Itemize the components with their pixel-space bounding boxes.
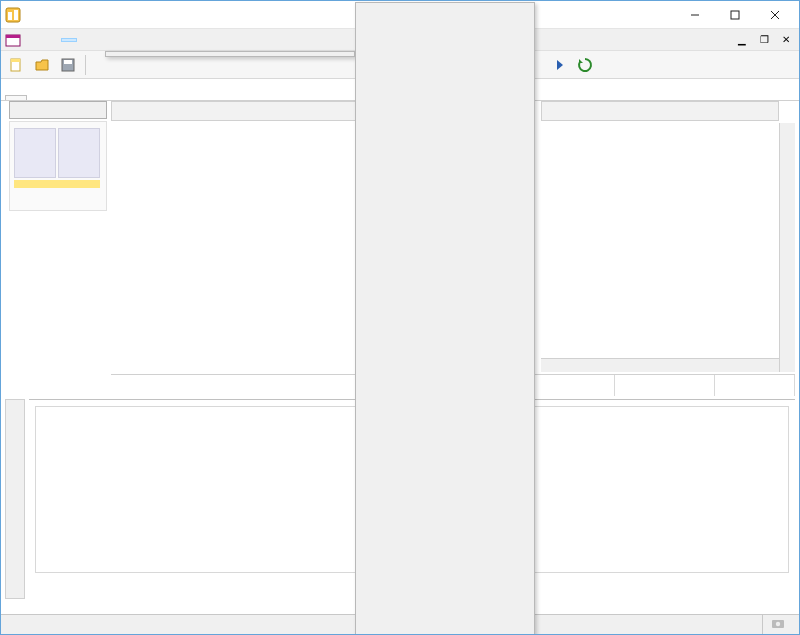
svg-point-14	[776, 622, 780, 626]
mdi-window-controls: ▁ ❐ ✕	[733, 33, 799, 47]
location-diff-marker	[14, 180, 100, 188]
svg-rect-12	[64, 60, 72, 64]
menu-tools[interactable]	[93, 38, 109, 42]
status-line-selection	[525, 375, 615, 396]
right-file-path[interactable]	[541, 101, 779, 121]
view-menu-dropdown	[105, 51, 355, 57]
minimize-button[interactable]	[675, 4, 715, 26]
status-os	[715, 375, 795, 396]
location-right-map	[58, 128, 100, 178]
svg-rect-8	[6, 35, 20, 38]
location-left-map	[14, 128, 56, 178]
status-codepage	[615, 375, 715, 396]
svg-rect-2	[14, 10, 18, 20]
menu-file[interactable]	[29, 38, 45, 42]
svg-rect-10	[11, 59, 20, 62]
refresh-toolbar-button[interactable]	[574, 54, 596, 76]
camera-icon	[771, 616, 785, 630]
menu-merge[interactable]	[77, 38, 93, 42]
document-tab[interactable]	[5, 95, 27, 100]
svg-rect-1	[8, 12, 12, 20]
mdi-app-icon	[5, 32, 21, 48]
close-button[interactable]	[755, 4, 795, 26]
nav-next-button[interactable]	[548, 54, 570, 76]
new-file-button[interactable]	[5, 54, 27, 76]
svg-rect-4	[731, 11, 739, 19]
toolbar-sep	[85, 55, 86, 75]
mdi-restore[interactable]: ❐	[755, 33, 773, 47]
menu-window[interactable]	[125, 38, 141, 42]
diff-left-column[interactable]	[35, 406, 406, 573]
open-folder-button[interactable]	[31, 54, 53, 76]
menu-edit[interactable]	[45, 38, 61, 42]
app-icon	[5, 7, 21, 23]
menu-plugins[interactable]	[109, 38, 125, 42]
save-button[interactable]	[57, 54, 79, 76]
horizontal-scrollbar[interactable]	[541, 358, 779, 372]
watermark	[771, 616, 789, 630]
vertical-scrollbar[interactable]	[779, 123, 795, 372]
location-pane[interactable]	[9, 121, 107, 211]
syntax-highlight-submenu	[355, 2, 535, 635]
mdi-minimize[interactable]: ▁	[733, 33, 751, 47]
location-pane-header	[9, 101, 107, 119]
mdi-close[interactable]: ✕	[777, 33, 795, 47]
menu-view[interactable]	[61, 38, 77, 42]
maximize-button[interactable]	[715, 4, 755, 26]
diff-pane-label	[5, 399, 25, 599]
